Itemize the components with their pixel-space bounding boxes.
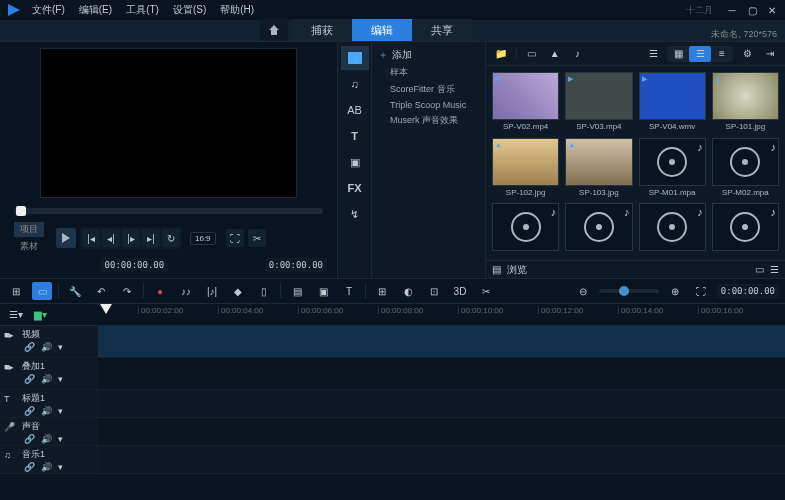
libcat-sound-icon[interactable]: ♫ <box>341 72 369 96</box>
zoom-out-icon[interactable]: ⊖ <box>573 282 593 300</box>
filter-image-icon[interactable]: ▲ <box>546 46 564 62</box>
options-icon[interactable]: ⚙ <box>738 46 756 62</box>
thumbnail[interactable]: ▶SP-V03.mp4 <box>565 72 632 132</box>
track-expand-icon[interactable]: ▾ <box>58 374 63 384</box>
tt-wrench-icon[interactable]: 🔧 <box>65 282 85 300</box>
menu-help[interactable]: 帮助(H) <box>220 3 254 17</box>
tt-chapter-icon[interactable]: ▯ <box>254 282 274 300</box>
tree-item-triple[interactable]: Triple Scoop Music <box>376 98 481 112</box>
track-expand-icon[interactable]: ▾ <box>58 406 63 416</box>
tt-split-icon[interactable]: ✂ <box>476 282 496 300</box>
menu-file[interactable]: 文件(F) <box>32 3 65 17</box>
thumbnail[interactable]: ♪ <box>639 203 706 254</box>
menu-edit[interactable]: 编辑(E) <box>79 3 112 17</box>
tt-subtitle-icon[interactable]: T <box>339 282 359 300</box>
collapse-icon[interactable]: ⇥ <box>761 46 779 62</box>
scrub-bar[interactable] <box>14 208 323 214</box>
libcat-transition-icon[interactable]: AB <box>341 98 369 122</box>
track-header[interactable]: 🎤声音🔗🔊▾ <box>0 418 98 445</box>
tt-3d-icon[interactable]: 3D <box>450 282 470 300</box>
zoom-in-icon[interactable]: ⊕ <box>665 282 685 300</box>
maximize-icon[interactable]: ▢ <box>745 3 759 17</box>
thumbnail[interactable]: ▲SP-102.jpg <box>492 138 559 198</box>
track-link-icon[interactable]: 🔗 <box>24 434 35 444</box>
track-header[interactable]: ♫音乐1🔗🔊▾ <box>0 446 98 473</box>
tree-item-sample[interactable]: 样本 <box>376 64 481 81</box>
tt-pan-icon[interactable]: ◐ <box>398 282 418 300</box>
libcat-title-icon[interactable]: T <box>341 124 369 148</box>
tt-multicam-icon[interactable]: ⊞ <box>372 282 392 300</box>
close-icon[interactable]: ✕ <box>765 3 779 17</box>
track-link-icon[interactable]: 🔗 <box>24 406 35 416</box>
libcat-path-icon[interactable]: ↯ <box>341 202 369 226</box>
tt-redo-icon[interactable]: ↷ <box>117 282 137 300</box>
thumbnail[interactable]: ▲SP-103.jpg <box>565 138 632 198</box>
thumbnail[interactable]: ▶SP-V02.mp4 <box>492 72 559 132</box>
libcat-media-icon[interactable] <box>341 46 369 70</box>
filter-audio-icon[interactable]: ♪ <box>569 46 587 62</box>
tab-capture[interactable]: 捕获 <box>292 19 352 41</box>
preview-tab-project[interactable]: 项目 <box>14 222 44 237</box>
track-expand-icon[interactable]: ▾ <box>58 342 63 352</box>
track-body[interactable] <box>98 390 785 417</box>
fit-icon[interactable]: ⛶ <box>691 282 711 300</box>
tree-item-scorefitter[interactable]: ScoreFitter 音乐 <box>376 81 481 98</box>
view-list-icon[interactable]: ☰ <box>689 46 711 62</box>
libcat-filter-icon[interactable]: FX <box>341 176 369 200</box>
footer-btn-2[interactable]: ☰ <box>770 264 779 275</box>
tt-autotone-icon[interactable]: |♪| <box>202 282 222 300</box>
tt-marker-icon[interactable]: ◆ <box>228 282 248 300</box>
tt-timeline-icon[interactable]: ▭ <box>32 282 52 300</box>
libcat-overlay-icon[interactable]: ▣ <box>341 150 369 174</box>
tree-add[interactable]: ＋添加 <box>376 46 481 64</box>
track-body[interactable] <box>98 358 785 389</box>
view-detail-icon[interactable]: ≡ <box>711 46 733 62</box>
track-expand-icon[interactable]: ▾ <box>58 434 63 444</box>
footer-browse[interactable]: 浏览 <box>507 263 527 277</box>
tab-share[interactable]: 共享 <box>412 19 472 41</box>
zoom-slider[interactable] <box>599 289 659 293</box>
enlarge-button[interactable]: ⛶ <box>226 229 244 247</box>
thumbnail[interactable]: ▶SP-V04.wmv <box>639 72 706 132</box>
tt-undo-icon[interactable]: ↶ <box>91 282 111 300</box>
view-thumb-icon[interactable]: ▦ <box>667 46 689 62</box>
tt-mixer-icon[interactable]: ♪♪ <box>176 282 196 300</box>
next-frame-button[interactable]: |▸ <box>122 229 140 247</box>
track-link-icon[interactable]: 🔗 <box>24 374 35 384</box>
tree-item-muserk[interactable]: Muserk 声音效果 <box>376 112 481 129</box>
goto-end-button[interactable]: ▸| <box>142 229 160 247</box>
tt-record-icon[interactable]: ● <box>150 282 170 300</box>
loop-button[interactable]: ↻ <box>162 229 180 247</box>
thumbnail[interactable]: ♪SP-M01.mpa <box>639 138 706 198</box>
track-header[interactable]: ■▸叠加1🔗🔊▾ <box>0 358 98 389</box>
playhead-icon[interactable] <box>100 304 112 316</box>
track-body[interactable] <box>98 418 785 445</box>
thumbnail[interactable]: ♪ <box>492 203 559 254</box>
aspect-ratio[interactable]: 16:9 <box>190 232 216 245</box>
thumbnail[interactable]: ♪ <box>712 203 779 254</box>
track-header[interactable]: T标题1🔗🔊▾ <box>0 390 98 417</box>
goto-start-button[interactable]: |◂ <box>82 229 100 247</box>
preview-canvas[interactable] <box>40 48 297 198</box>
track-link-icon[interactable]: 🔗 <box>24 462 35 472</box>
thumbnail[interactable]: ♪SP-M02.mpa <box>712 138 779 198</box>
thumbnail[interactable]: ▲SP-101.jpg <box>712 72 779 132</box>
tt-time-icon[interactable]: ⊡ <box>424 282 444 300</box>
time-ruler[interactable]: 00:00:02:0000:00:04:0000:00:06:0000:00:0… <box>98 304 785 325</box>
track-mute-icon[interactable]: 🔊 <box>41 342 52 352</box>
track-expand-icon[interactable]: ▾ <box>58 462 63 472</box>
split-button[interactable]: ✂ <box>248 229 266 247</box>
home-tab[interactable] <box>260 19 288 41</box>
import-folder-icon[interactable]: 📁 <box>492 46 510 62</box>
filter-video-icon[interactable]: ▭ <box>523 46 541 62</box>
tt-track-icon[interactable]: ▤ <box>287 282 307 300</box>
track-mute-icon[interactable]: 🔊 <box>41 462 52 472</box>
track-body[interactable] <box>98 326 785 357</box>
track-link-icon[interactable]: 🔗 <box>24 342 35 352</box>
prev-frame-button[interactable]: ◂| <box>102 229 120 247</box>
track-color-icon[interactable]: ▆▾ <box>30 306 50 324</box>
track-mute-icon[interactable]: 🔊 <box>41 406 52 416</box>
tab-edit[interactable]: 编辑 <box>352 19 412 41</box>
track-menu-icon[interactable]: ☰▾ <box>6 306 26 324</box>
play-button[interactable] <box>56 228 76 248</box>
